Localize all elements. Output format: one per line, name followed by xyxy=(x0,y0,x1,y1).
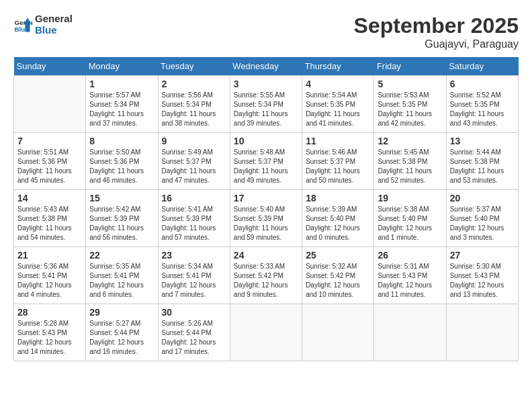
calendar-cell: 26Sunrise: 5:31 AM Sunset: 5:43 PM Dayli… xyxy=(374,247,446,304)
calendar-cell: 4Sunrise: 5:54 AM Sunset: 5:35 PM Daylig… xyxy=(302,76,374,133)
day-number: 2 xyxy=(162,79,226,89)
calendar-cell: 3Sunrise: 5:55 AM Sunset: 5:34 PM Daylig… xyxy=(230,76,302,133)
day-number: 11 xyxy=(306,136,370,146)
calendar-cell: 22Sunrise: 5:35 AM Sunset: 5:41 PM Dayli… xyxy=(86,247,158,304)
calendar-week-4: 21Sunrise: 5:36 AM Sunset: 5:41 PM Dayli… xyxy=(14,247,519,304)
day-number: 4 xyxy=(306,79,370,89)
day-header-wednesday: Wednesday xyxy=(230,57,302,76)
day-info: Sunrise: 5:28 AM Sunset: 5:43 PM Dayligh… xyxy=(17,319,82,357)
day-info: Sunrise: 5:45 AM Sunset: 5:38 PM Dayligh… xyxy=(378,148,442,185)
day-number: 6 xyxy=(450,79,515,89)
day-info: Sunrise: 5:33 AM Sunset: 5:42 PM Dayligh… xyxy=(234,262,298,300)
day-info: Sunrise: 5:32 AM Sunset: 5:42 PM Dayligh… xyxy=(306,262,370,300)
calendar-cell xyxy=(14,76,86,133)
day-info: Sunrise: 5:56 AM Sunset: 5:34 PM Dayligh… xyxy=(162,91,226,128)
day-info: Sunrise: 5:34 AM Sunset: 5:41 PM Dayligh… xyxy=(162,262,226,300)
day-header-friday: Friday xyxy=(374,57,446,76)
day-header-monday: Monday xyxy=(86,57,158,76)
calendar-cell: 21Sunrise: 5:36 AM Sunset: 5:41 PM Dayli… xyxy=(14,247,86,304)
day-info: Sunrise: 5:40 AM Sunset: 5:39 PM Dayligh… xyxy=(234,205,298,242)
calendar-cell: 9Sunrise: 5:49 AM Sunset: 5:37 PM Daylig… xyxy=(158,133,230,190)
page-header: General Blue General Blue September 2025… xyxy=(13,13,519,50)
calendar-cell xyxy=(230,304,302,361)
day-info: Sunrise: 5:38 AM Sunset: 5:40 PM Dayligh… xyxy=(378,205,442,242)
calendar-cell: 16Sunrise: 5:41 AM Sunset: 5:39 PM Dayli… xyxy=(158,190,230,247)
day-info: Sunrise: 5:39 AM Sunset: 5:40 PM Dayligh… xyxy=(306,205,370,242)
day-number: 12 xyxy=(378,136,442,146)
calendar-cell: 18Sunrise: 5:39 AM Sunset: 5:40 PM Dayli… xyxy=(302,190,374,247)
day-info: Sunrise: 5:55 AM Sunset: 5:34 PM Dayligh… xyxy=(234,91,298,128)
day-number: 5 xyxy=(378,79,442,89)
calendar-cell: 24Sunrise: 5:33 AM Sunset: 5:42 PM Dayli… xyxy=(230,247,302,304)
day-header-saturday: Saturday xyxy=(446,57,518,76)
calendar-header-row: SundayMondayTuesdayWednesdayThursdayFrid… xyxy=(14,57,519,76)
day-number: 7 xyxy=(17,136,82,146)
day-info: Sunrise: 5:51 AM Sunset: 5:36 PM Dayligh… xyxy=(17,148,82,185)
day-header-sunday: Sunday xyxy=(14,57,86,76)
day-number: 28 xyxy=(17,307,82,318)
day-number: 25 xyxy=(306,250,370,261)
day-number: 24 xyxy=(234,250,298,261)
day-number: 18 xyxy=(306,193,370,203)
calendar-cell xyxy=(302,304,374,361)
day-info: Sunrise: 5:52 AM Sunset: 5:35 PM Dayligh… xyxy=(450,91,515,128)
calendar-cell: 15Sunrise: 5:42 AM Sunset: 5:39 PM Dayli… xyxy=(86,190,158,247)
calendar-cell: 12Sunrise: 5:45 AM Sunset: 5:38 PM Dayli… xyxy=(374,133,446,190)
day-number: 10 xyxy=(234,136,298,146)
calendar-cell: 7Sunrise: 5:51 AM Sunset: 5:36 PM Daylig… xyxy=(14,133,86,190)
calendar-cell: 6Sunrise: 5:52 AM Sunset: 5:35 PM Daylig… xyxy=(446,76,518,133)
day-info: Sunrise: 5:30 AM Sunset: 5:43 PM Dayligh… xyxy=(450,262,515,300)
day-number: 30 xyxy=(162,307,226,318)
calendar-cell: 5Sunrise: 5:53 AM Sunset: 5:35 PM Daylig… xyxy=(374,76,446,133)
day-number: 1 xyxy=(89,79,154,89)
calendar-week-1: 1Sunrise: 5:57 AM Sunset: 5:34 PM Daylig… xyxy=(14,76,519,133)
day-number: 15 xyxy=(89,193,154,203)
calendar-week-5: 28Sunrise: 5:28 AM Sunset: 5:43 PM Dayli… xyxy=(14,304,519,361)
title-area: September 2025 Guajayvi, Paraguay xyxy=(354,13,519,50)
logo: General Blue General Blue xyxy=(13,13,73,36)
calendar-cell: 30Sunrise: 5:26 AM Sunset: 5:44 PM Dayli… xyxy=(158,304,230,361)
day-info: Sunrise: 5:54 AM Sunset: 5:35 PM Dayligh… xyxy=(306,91,370,128)
calendar-cell xyxy=(446,304,518,361)
day-info: Sunrise: 5:44 AM Sunset: 5:38 PM Dayligh… xyxy=(450,148,515,185)
day-number: 14 xyxy=(17,193,82,203)
calendar-body: 1Sunrise: 5:57 AM Sunset: 5:34 PM Daylig… xyxy=(14,76,519,361)
day-info: Sunrise: 5:50 AM Sunset: 5:36 PM Dayligh… xyxy=(89,148,154,185)
day-info: Sunrise: 5:49 AM Sunset: 5:37 PM Dayligh… xyxy=(162,148,226,185)
day-number: 21 xyxy=(17,250,82,261)
day-number: 3 xyxy=(234,79,298,89)
day-number: 23 xyxy=(162,250,226,261)
day-number: 8 xyxy=(89,136,154,146)
day-info: Sunrise: 5:42 AM Sunset: 5:39 PM Dayligh… xyxy=(89,205,154,242)
calendar-cell: 10Sunrise: 5:48 AM Sunset: 5:37 PM Dayli… xyxy=(230,133,302,190)
calendar-cell: 14Sunrise: 5:43 AM Sunset: 5:38 PM Dayli… xyxy=(14,190,86,247)
day-info: Sunrise: 5:37 AM Sunset: 5:40 PM Dayligh… xyxy=(450,205,515,242)
day-info: Sunrise: 5:31 AM Sunset: 5:43 PM Dayligh… xyxy=(378,262,442,300)
day-number: 17 xyxy=(234,193,298,203)
calendar-cell: 11Sunrise: 5:46 AM Sunset: 5:37 PM Dayli… xyxy=(302,133,374,190)
calendar-table: SundayMondayTuesdayWednesdayThursdayFrid… xyxy=(13,57,519,361)
day-header-thursday: Thursday xyxy=(302,57,374,76)
calendar-cell: 19Sunrise: 5:38 AM Sunset: 5:40 PM Dayli… xyxy=(374,190,446,247)
day-info: Sunrise: 5:26 AM Sunset: 5:44 PM Dayligh… xyxy=(162,319,226,357)
calendar-cell: 8Sunrise: 5:50 AM Sunset: 5:36 PM Daylig… xyxy=(86,133,158,190)
calendar-cell: 23Sunrise: 5:34 AM Sunset: 5:41 PM Dayli… xyxy=(158,247,230,304)
calendar-cell: 13Sunrise: 5:44 AM Sunset: 5:38 PM Dayli… xyxy=(446,133,518,190)
day-number: 13 xyxy=(450,136,515,146)
day-info: Sunrise: 5:43 AM Sunset: 5:38 PM Dayligh… xyxy=(17,205,82,242)
calendar-cell: 28Sunrise: 5:28 AM Sunset: 5:43 PM Dayli… xyxy=(14,304,86,361)
day-number: 20 xyxy=(450,193,515,203)
calendar-cell: 29Sunrise: 5:27 AM Sunset: 5:44 PM Dayli… xyxy=(86,304,158,361)
day-number: 9 xyxy=(162,136,226,146)
day-number: 22 xyxy=(89,250,154,261)
day-number: 16 xyxy=(162,193,226,203)
day-header-tuesday: Tuesday xyxy=(158,57,230,76)
calendar-cell: 27Sunrise: 5:30 AM Sunset: 5:43 PM Dayli… xyxy=(446,247,518,304)
day-info: Sunrise: 5:36 AM Sunset: 5:41 PM Dayligh… xyxy=(17,262,82,300)
day-info: Sunrise: 5:53 AM Sunset: 5:35 PM Dayligh… xyxy=(378,91,442,128)
day-info: Sunrise: 5:35 AM Sunset: 5:41 PM Dayligh… xyxy=(89,262,154,300)
day-info: Sunrise: 5:57 AM Sunset: 5:34 PM Dayligh… xyxy=(89,91,154,128)
day-number: 27 xyxy=(450,250,515,261)
logo-icon: General Blue xyxy=(13,15,32,34)
month-title: September 2025 xyxy=(354,13,519,38)
